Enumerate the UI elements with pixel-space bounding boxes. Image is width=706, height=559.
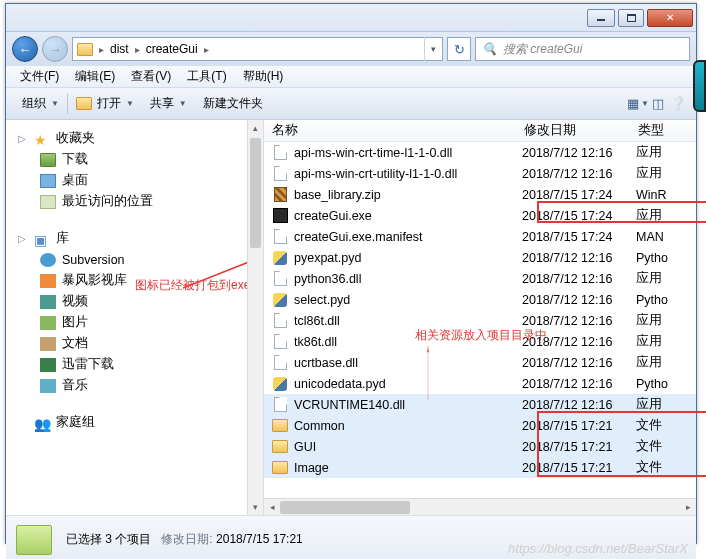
- fold-icon: [272, 439, 288, 455]
- file-date: 2018/7/12 12:16: [522, 251, 636, 265]
- open-button[interactable]: 打开▼: [68, 92, 142, 115]
- pyd-icon: [272, 376, 288, 392]
- file-row[interactable]: base_library.zip2018/7/15 17:24WinR: [264, 184, 696, 205]
- file-row[interactable]: python36.dll2018/7/12 12:16应用: [264, 268, 696, 289]
- file-row[interactable]: ucrtbase.dll2018/7/12 12:16应用: [264, 352, 696, 373]
- homegroup-icon: 👥: [34, 416, 50, 430]
- chevron-right-icon: ▸: [204, 44, 209, 55]
- search-input[interactable]: 🔍 搜索 createGui: [475, 37, 690, 61]
- menu-edit[interactable]: 编辑(E): [69, 66, 121, 87]
- chevron-right-icon: ▷: [18, 233, 28, 244]
- tree-pictures[interactable]: 图片: [12, 312, 263, 333]
- minimize-button[interactable]: [587, 9, 615, 27]
- tree-videos[interactable]: 视频: [12, 291, 263, 312]
- tree-homegroup[interactable]: 👥家庭组: [12, 412, 263, 433]
- file-row[interactable]: Common2018/7/15 17:21文件: [264, 415, 696, 436]
- breadcrumb-current[interactable]: createGui: [146, 42, 198, 56]
- close-icon: ✕: [666, 12, 674, 23]
- file-row[interactable]: Image2018/7/15 17:21文件: [264, 457, 696, 478]
- breadcrumb[interactable]: ▸ dist ▸ createGui ▸ ▾: [72, 37, 443, 61]
- share-button[interactable]: 共享▼: [142, 92, 195, 115]
- organize-button[interactable]: 组织▼: [14, 92, 67, 115]
- scrollbar-thumb[interactable]: [280, 501, 410, 514]
- file-row[interactable]: createGui.exe2018/7/15 17:24应用: [264, 205, 696, 226]
- menu-file[interactable]: 文件(F): [14, 66, 65, 87]
- file-row[interactable]: createGui.exe.manifest2018/7/15 17:24MAN: [264, 226, 696, 247]
- dll-icon: [272, 355, 288, 371]
- tree-libraries[interactable]: ▷▣库: [12, 228, 263, 249]
- tree-scrollbar[interactable]: ▴ ▾: [247, 120, 263, 515]
- file-name: base_library.zip: [294, 188, 522, 202]
- music-icon: [40, 379, 56, 393]
- view-options-button[interactable]: ▦▼: [628, 94, 648, 114]
- file-date: 2018/7/12 12:16: [522, 293, 636, 307]
- desktop-icon: [40, 174, 56, 188]
- menu-help[interactable]: 帮助(H): [237, 66, 290, 87]
- back-arrow-icon: ←: [19, 42, 32, 57]
- tree-recent[interactable]: 最近访问的位置: [12, 191, 263, 212]
- address-bar: ← → ▸ dist ▸ createGui ▸ ▾ ↻ 🔍 搜索 create…: [6, 32, 696, 66]
- tree-desktop[interactable]: 桌面: [12, 170, 263, 191]
- zip-icon: [272, 187, 288, 203]
- file-row[interactable]: pyexpat.pyd2018/7/12 12:16Pytho: [264, 247, 696, 268]
- tree-documents[interactable]: 文档: [12, 333, 263, 354]
- refresh-button[interactable]: ↻: [447, 37, 471, 61]
- scroll-right-icon[interactable]: ▸: [680, 502, 696, 512]
- menu-tools[interactable]: 工具(T): [181, 66, 232, 87]
- pictures-icon: [40, 316, 56, 330]
- refresh-icon: ↻: [454, 42, 465, 57]
- annotation-arrow-icon: [427, 345, 429, 400]
- col-date-header[interactable]: 修改日期: [516, 122, 630, 139]
- status-mod-value: 2018/7/15 17:21: [216, 532, 303, 546]
- scroll-up-icon[interactable]: ▴: [248, 120, 263, 136]
- new-folder-button[interactable]: 新建文件夹: [195, 92, 271, 115]
- file-type: Pytho: [636, 377, 696, 391]
- status-selection: 已选择 3 个项目: [66, 532, 151, 546]
- col-type-header[interactable]: 类型: [630, 122, 696, 139]
- column-headers: 名称 修改日期 类型: [264, 120, 696, 142]
- folder-open-icon: [76, 97, 92, 110]
- maximize-button[interactable]: [618, 9, 644, 27]
- tree-music[interactable]: 音乐: [12, 375, 263, 396]
- scrollbar-thumb[interactable]: [250, 138, 261, 248]
- side-overlay-button[interactable]: [693, 60, 706, 112]
- file-row[interactable]: select.pyd2018/7/12 12:16Pytho: [264, 289, 696, 310]
- breadcrumb-root[interactable]: dist: [110, 42, 129, 56]
- address-dropdown-button[interactable]: ▾: [424, 37, 442, 61]
- dll-icon: [272, 334, 288, 350]
- tree-xunlei[interactable]: 迅雷下载: [12, 354, 263, 375]
- file-row[interactable]: api-ms-win-crt-time-l1-1-0.dll2018/7/12 …: [264, 142, 696, 163]
- nav-tree: ▷★收藏夹 下载 桌面 最近访问的位置 ▷▣库 Subversion 暴风影视库…: [6, 120, 264, 515]
- tree-downloads[interactable]: 下载: [12, 149, 263, 170]
- file-row[interactable]: unicodedata.pyd2018/7/12 12:16Pytho: [264, 373, 696, 394]
- col-name-header[interactable]: 名称: [264, 122, 516, 139]
- file-name: VCRUNTIME140.dll: [294, 398, 522, 412]
- file-row[interactable]: api-ms-win-crt-utility-l1-1-0.dll2018/7/…: [264, 163, 696, 184]
- file-row[interactable]: VCRUNTIME140.dll2018/7/12 12:16应用: [264, 394, 696, 415]
- dll-icon: [272, 397, 288, 413]
- view-grid-icon: ▦: [627, 96, 639, 111]
- help-button[interactable]: ❔: [668, 94, 688, 114]
- watermark: https://blog.csdn.net/BearStarX: [508, 541, 688, 556]
- chevron-down-icon: ▼: [179, 99, 187, 108]
- menu-view[interactable]: 查看(V): [125, 66, 177, 87]
- preview-pane-button[interactable]: ◫: [648, 94, 668, 114]
- file-name: api-ms-win-crt-time-l1-1-0.dll: [294, 146, 522, 160]
- subversion-icon: [40, 253, 56, 267]
- file-row[interactable]: GUI2018/7/15 17:21文件: [264, 436, 696, 457]
- download-icon: [40, 153, 56, 167]
- file-list: 名称 修改日期 类型 api-ms-win-crt-time-l1-1-0.dl…: [264, 120, 696, 515]
- horizontal-scrollbar[interactable]: ◂ ▸: [264, 498, 696, 515]
- forward-button[interactable]: →: [42, 36, 68, 62]
- star-icon: ★: [34, 132, 50, 146]
- file-type: WinR: [636, 188, 696, 202]
- back-button[interactable]: ←: [12, 36, 38, 62]
- search-placeholder: 搜索 createGui: [503, 41, 582, 58]
- tree-favorites[interactable]: ▷★收藏夹: [12, 128, 263, 149]
- scrollbar-track[interactable]: [280, 501, 680, 514]
- help-icon: ❔: [670, 96, 686, 111]
- file-name: select.pyd: [294, 293, 522, 307]
- scroll-left-icon[interactable]: ◂: [264, 502, 280, 512]
- close-button[interactable]: ✕: [647, 9, 693, 27]
- scroll-down-icon[interactable]: ▾: [248, 499, 263, 515]
